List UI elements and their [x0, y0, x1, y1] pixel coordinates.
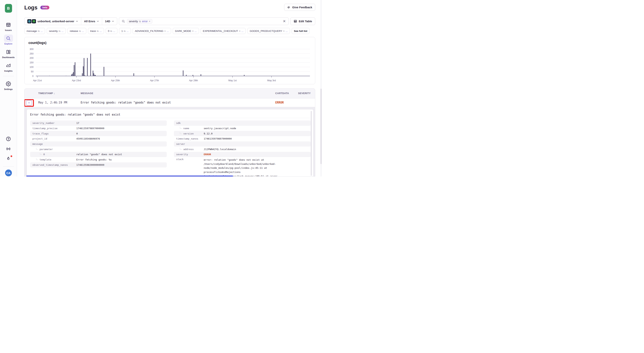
- table-icon: [294, 20, 297, 23]
- node-icon: [32, 19, 36, 23]
- user-avatar[interactable]: CA: [5, 170, 12, 176]
- svg-text:Apr 23rd: Apr 23rd: [72, 79, 81, 82]
- sidebar-footer-divider: [3, 166, 14, 167]
- sidebar-item-explore[interactable]: Explore: [0, 35, 17, 45]
- give-feedback-button[interactable]: Give Feedback: [284, 4, 315, 11]
- filter-chip[interactable]: 1is...: [119, 28, 131, 34]
- sidebar-item-label: Issues: [5, 29, 12, 31]
- detail-row-template[interactable]: templateError fetching goods: %s: [30, 157, 167, 162]
- sidebar-divider: [3, 76, 14, 76]
- remove-token-icon[interactable]: ×: [149, 20, 150, 23]
- tree-elbow: [180, 132, 182, 134]
- svg-text:200: 200: [30, 57, 34, 59]
- sidebar-item-label: Insights: [4, 70, 12, 72]
- detail-row-severity_number[interactable]: severity_number17: [30, 121, 167, 126]
- filter-chip[interactable]: 0is...: [106, 28, 118, 34]
- sentry-logs-page: B IssuesExploreDashboardsInsightsSetting…: [0, 0, 322, 177]
- detail-row-server[interactable]: server: [174, 141, 311, 147]
- filter-chip[interactable]: traceis...: [88, 28, 104, 34]
- date-range-label: 14D: [105, 20, 110, 23]
- detail-scrollbar[interactable]: [311, 111, 312, 176]
- tree-elbow: [180, 148, 182, 150]
- svg-text:50: 50: [31, 70, 34, 73]
- tree-elbow: [36, 158, 38, 160]
- row-timestamp: May 1, 2:46:19 PM: [38, 101, 67, 104]
- detail-row-trace_flags[interactable]: trace_flags0: [30, 131, 167, 136]
- detail-row-parameter[interactable]: parameter: [30, 147, 167, 152]
- chevron-down-icon: [28, 102, 30, 104]
- issues-icon: [4, 21, 13, 29]
- project-selector[interactable]: unborked, unborked-server: [24, 18, 81, 25]
- svg-text:May 1st: May 1st: [228, 79, 237, 82]
- logs-chart-card: count(logs) 050100150200250300Apr 21stAp…: [24, 37, 315, 84]
- detail-row-project_id[interactable]: project_id4509118548606976: [30, 136, 167, 141]
- sidebar: B IssuesExploreDashboardsInsightsSetting…: [0, 0, 17, 177]
- date-range-selector[interactable]: 14D: [102, 18, 117, 25]
- detail-row-timestamp_precise[interactable]: timestamp_precise1746135979897000000: [30, 126, 167, 131]
- column-header-message[interactable]: MESSAGE: [81, 92, 93, 95]
- filter-chip[interactable]: messageis...: [24, 28, 45, 34]
- table-header-row: TIMESTAMP↓ MESSAGE CARTDATA SEVERITY: [24, 89, 315, 98]
- filter-chip[interactable]: See full list: [292, 28, 310, 34]
- help-icon[interactable]: [6, 136, 11, 141]
- detail-row-sdk[interactable]: sdk: [174, 121, 311, 126]
- filter-chip[interactable]: GOODS_PRODUCTQUERY>...: [248, 28, 290, 34]
- page-filters: unborked, unborked-server All Envs 14D: [24, 17, 117, 25]
- filter-chip[interactable]: ADVANCED_FILTERING>...: [133, 28, 171, 34]
- detail-row-0[interactable]: 0relation "goods" does not exist: [30, 152, 167, 157]
- column-header-cartdata[interactable]: CARTDATA: [275, 92, 289, 95]
- environment-selector-label: All Envs: [84, 20, 95, 23]
- sidebar-item-dashboards[interactable]: Dashboards: [0, 48, 17, 59]
- fire-icon[interactable]: [6, 156, 11, 161]
- org-avatar[interactable]: B: [5, 4, 12, 13]
- detail-attributes-right: sdknamesentry.javascript.nodeversion9.12…: [174, 121, 311, 177]
- column-header-timestamp[interactable]: TIMESTAMP↓: [38, 92, 55, 95]
- filter-chip[interactable]: DARK_MODE>...: [173, 28, 199, 34]
- detail-row-name[interactable]: namesentry.javascript.node: [174, 126, 311, 131]
- svg-text:300: 300: [30, 48, 34, 51]
- environment-selector[interactable]: All Envs: [81, 18, 102, 25]
- svg-text:Apr 25th: Apr 25th: [111, 79, 120, 82]
- tree-elbow: [180, 127, 182, 129]
- svg-text:150: 150: [30, 61, 34, 64]
- page-scrollbar[interactable]: [320, 0, 322, 177]
- broadcast-icon[interactable]: [6, 146, 11, 151]
- log-table-row[interactable]: May 1, 2:46:19 PM Error fetching goods: …: [24, 98, 315, 107]
- detail-row-severity[interactable]: severityERROR: [174, 152, 311, 157]
- detail-row-message[interactable]: message: [30, 141, 167, 147]
- sidebar-item-label: Settings: [4, 88, 12, 90]
- sidebar-item-insights[interactable]: Insights: [0, 62, 17, 72]
- edit-table-button[interactable]: Edit Table: [290, 17, 315, 25]
- logs-table: TIMESTAMP↓ MESSAGE CARTDATA SEVERITY May…: [24, 89, 315, 177]
- detail-row-stack[interactable]: stackerror: relation "goods" does not ex…: [174, 157, 311, 177]
- filter-chip[interactable]: severityis...: [47, 28, 66, 34]
- svg-text:250: 250: [30, 53, 34, 55]
- expand-row-button[interactable]: [26, 100, 32, 105]
- svg-text:May 3rd: May 3rd: [267, 79, 276, 82]
- sidebar-item-issues[interactable]: Issues: [0, 21, 17, 31]
- detail-row-observed_timestamp_nanos[interactable]: observed_timestamp_nanos1746135983000000…: [30, 162, 167, 168]
- search-icon: [122, 20, 125, 23]
- detail-row-version[interactable]: version9.12.0: [174, 131, 311, 136]
- detail-attributes-left: severity_number17timestamp_precise174613…: [30, 121, 167, 167]
- row-message: Error fetching goods: relation "goods" d…: [81, 101, 171, 104]
- tree-elbow: [40, 153, 42, 155]
- logs-bar-chart[interactable]: 050100150200250300Apr 21stApr 23rdApr 25…: [24, 37, 315, 84]
- log-detail-title: Error fetching goods: relation "goods" d…: [30, 113, 120, 116]
- page-title: Logs: [24, 5, 38, 11]
- clear-search-icon[interactable]: ✕: [283, 20, 286, 23]
- sidebar-item-settings[interactable]: Settings: [0, 80, 17, 90]
- chevron-down-icon: [97, 20, 99, 23]
- search-icon: [4, 35, 13, 42]
- filter-chip[interactable]: releaseis...: [68, 28, 86, 34]
- filter-chip[interactable]: EXPERIMENTAL_CHECKOUT>...: [201, 28, 246, 34]
- detail-row-address[interactable]: addressJ12PWN42YQ.localdomain: [174, 147, 311, 152]
- detail-row-timestamp_nanos[interactable]: timestamp_nanos1746135979897000000: [174, 136, 311, 141]
- beta-badge: beta: [40, 6, 49, 10]
- sort-desc-icon: ↓: [54, 92, 55, 95]
- notification-dot: [10, 155, 12, 157]
- search-input[interactable]: severity is error × ✕: [119, 17, 289, 25]
- search-token-chip[interactable]: severity is error ×: [127, 19, 152, 24]
- column-header-severity[interactable]: SEVERITY: [298, 92, 311, 95]
- detail-divider: [30, 118, 310, 118]
